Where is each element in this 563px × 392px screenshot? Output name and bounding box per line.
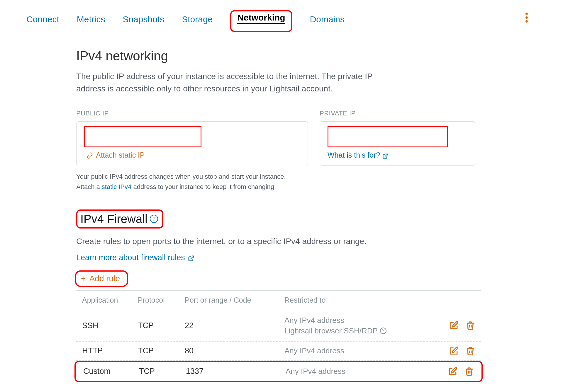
static-ipv4-link[interactable]: static IPv4 — [102, 183, 131, 190]
note-line2-pre: Attach a — [76, 183, 102, 190]
table-row-highlighted: Custom TCP 1337 Any IPv4 address — [74, 361, 483, 382]
table-row: HTTP TCP 80 Any IPv4 address — [76, 342, 481, 361]
private-ip-info-link[interactable]: What is this for? — [328, 151, 388, 159]
tab-networking-highlight: Networking — [230, 10, 292, 32]
cell-protocol: TCP — [138, 321, 185, 330]
cell-application: HTTP — [82, 346, 138, 355]
learn-more-text: Learn more about firewall rules — [76, 253, 185, 262]
learn-more-firewall-link[interactable]: Learn more about firewall rules — [76, 253, 194, 262]
restricted-line2: Lightsail browser SSH/RDP — [284, 325, 378, 336]
row-actions — [442, 367, 474, 376]
external-link-icon — [188, 255, 194, 260]
firewall-rules-table: Application Protocol Port or range / Cod… — [76, 290, 481, 382]
cell-port: 22 — [185, 321, 284, 330]
table-row: SSH TCP 22 Any IPv4 address Lightsail br… — [76, 310, 481, 342]
restricted-line2-wrap: Lightsail browser SSH/RDP ? — [284, 325, 443, 336]
external-link-icon — [382, 152, 388, 158]
cell-port: 80 — [185, 346, 284, 355]
edit-rule-button[interactable] — [449, 321, 459, 330]
help-icon[interactable]: ? — [380, 328, 386, 334]
more-menu-button[interactable] — [525, 13, 528, 23]
restricted-line1: Any IPv4 address — [284, 315, 443, 325]
tab-metrics[interactable]: Metrics — [77, 14, 105, 30]
delete-rule-button[interactable] — [466, 346, 475, 356]
private-ip-label: PRIVATE IP — [320, 110, 475, 117]
tab-storage[interactable]: Storage — [182, 14, 213, 30]
cell-application: Custom — [83, 367, 139, 376]
table-header-row: Application Protocol Port or range / Cod… — [76, 291, 481, 310]
ip-note-line1: Your public IPv4 address changes when yo… — [76, 171, 513, 182]
public-ip-box: Attach static IP — [76, 121, 308, 166]
firewall-heading-highlight: IPv4 Firewall ? — [76, 209, 163, 229]
ip-note-line2: Attach a static IPv4 address to your ins… — [76, 182, 513, 192]
delete-rule-button[interactable] — [464, 367, 474, 376]
firewall-description: Create rules to open ports to the intern… — [76, 237, 513, 246]
note-line2-post: address to your instance to keep it from… — [131, 183, 276, 190]
public-ip-col: PUBLIC IP Attach static IP — [76, 110, 308, 166]
svg-line-1 — [191, 256, 194, 259]
attach-icon — [87, 152, 93, 158]
svg-line-0 — [385, 154, 388, 156]
page-title: IPv4 networking — [76, 49, 513, 63]
add-rule-button[interactable]: + Add rule — [75, 270, 128, 287]
private-ip-info-text: What is this for? — [328, 151, 380, 159]
cell-restricted: Any IPv4 address — [284, 346, 443, 355]
page-container: Connect Metrics Snapshots Storage Networ… — [0, 0, 563, 391]
tab-snapshots[interactable]: Snapshots — [123, 14, 164, 30]
attach-static-ip-link[interactable]: Attach static IP — [87, 151, 145, 159]
private-ip-box: What is this for? — [320, 121, 475, 166]
content-area: IPv4 networking The public IP address of… — [15, 34, 513, 382]
col-header-application: Application — [82, 296, 138, 304]
public-ip-label: PUBLIC IP — [76, 110, 308, 117]
tabs-bar: Connect Metrics Snapshots Storage Networ… — [15, 6, 548, 34]
cell-port: 1337 — [186, 367, 286, 376]
col-header-actions — [443, 296, 475, 304]
more-dot-icon — [525, 16, 528, 19]
more-dot-icon — [525, 13, 528, 15]
edit-rule-button[interactable] — [449, 346, 459, 356]
ip-note: Your public IPv4 address changes when yo… — [76, 171, 513, 192]
more-dot-icon — [525, 20, 528, 23]
public-ip-value-redacted — [84, 126, 201, 147]
tab-networking[interactable]: Networking — [237, 13, 285, 27]
col-header-port: Port or range / Code — [185, 296, 284, 304]
private-ip-value-redacted — [328, 126, 448, 147]
help-icon[interactable]: ? — [150, 215, 158, 223]
cell-restricted: Any IPv4 address Lightsail browser SSH/R… — [284, 315, 443, 336]
private-ip-col: PRIVATE IP What is this for? — [320, 110, 475, 166]
cell-protocol: TCP — [139, 367, 186, 376]
attach-static-ip-text: Attach static IP — [96, 151, 145, 159]
add-rule-text: Add rule — [89, 274, 120, 283]
col-header-restricted: Restricted to — [284, 296, 443, 304]
tab-domains[interactable]: Domains — [310, 14, 345, 30]
col-header-protocol: Protocol — [138, 296, 185, 304]
page-description: The public IP address of your instance i… — [76, 70, 399, 95]
delete-rule-button[interactable] — [466, 321, 475, 330]
firewall-heading: IPv4 Firewall — [80, 212, 147, 226]
tab-connect[interactable]: Connect — [26, 14, 59, 30]
ip-row: PUBLIC IP Attach static IP — [76, 110, 513, 166]
cell-protocol: TCP — [138, 346, 185, 355]
cell-restricted: Any IPv4 address — [286, 367, 442, 376]
row-actions — [443, 321, 475, 330]
plus-icon: + — [80, 274, 86, 283]
edit-rule-button[interactable] — [448, 367, 457, 376]
cell-application: SSH — [82, 321, 138, 330]
row-actions — [443, 346, 475, 356]
